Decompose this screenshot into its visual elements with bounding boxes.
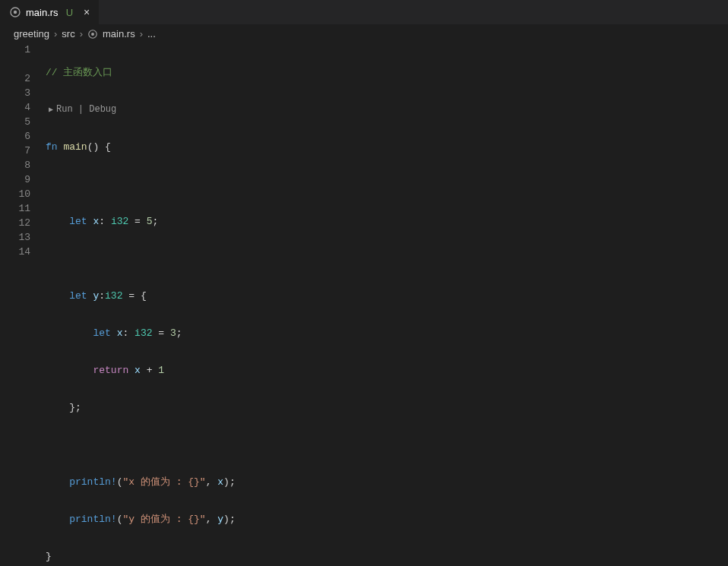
rust-file-icon <box>87 29 98 40</box>
line-number-gutter: 1 2 3 4 5 6 7 8 9 10 11 12 13 14 <box>0 43 46 566</box>
line-number: 2 <box>0 71 30 86</box>
line-number: 7 <box>0 144 30 158</box>
line-number: 5 <box>0 115 30 129</box>
line-number: 10 <box>0 187 30 201</box>
line-number: 6 <box>0 129 30 144</box>
line-number: 14 <box>0 245 30 259</box>
line-number: 11 <box>0 201 30 216</box>
svg-point-3 <box>91 33 94 36</box>
breadcrumb-symbol[interactable]: ... <box>147 28 156 40</box>
codelens-run-debug[interactable]: ▶Run | Debug <box>46 103 728 117</box>
line-number: 1 <box>0 43 30 57</box>
code-content[interactable]: // 主函数入口 ▶Run | Debug fn main() { let x:… <box>46 43 728 566</box>
line-number <box>0 57 30 71</box>
chevron-right-icon: › <box>54 28 57 40</box>
chevron-right-icon: › <box>80 28 83 40</box>
tab-filename: main.rs <box>26 7 59 18</box>
chevron-right-icon: › <box>140 28 143 40</box>
svg-point-1 <box>14 11 17 14</box>
line-number: 8 <box>0 158 30 172</box>
breadcrumb-folder[interactable]: src <box>62 28 74 40</box>
tab-git-status: U <box>66 7 73 18</box>
tab-bar: main.rs U × <box>0 0 728 25</box>
line-number: 13 <box>0 230 30 245</box>
code-editor[interactable]: 1 2 3 4 5 6 7 8 9 10 11 12 13 14 // 主函数入… <box>0 43 728 566</box>
close-icon[interactable]: × <box>84 6 90 18</box>
line-number: 9 <box>0 172 30 187</box>
editor-tab-main-rs[interactable]: main.rs U × <box>0 0 100 24</box>
rust-file-icon <box>9 6 21 18</box>
code-comment: // 主函数入口 <box>46 67 112 78</box>
line-number: 3 <box>0 86 30 100</box>
breadcrumb[interactable]: greeting › src › main.rs › ... <box>0 25 728 43</box>
line-number: 4 <box>0 100 30 115</box>
line-number: 12 <box>0 216 30 230</box>
play-icon: ▶ <box>49 103 53 117</box>
breadcrumb-file[interactable]: main.rs <box>103 28 135 40</box>
breadcrumb-folder[interactable]: greeting <box>14 28 49 40</box>
